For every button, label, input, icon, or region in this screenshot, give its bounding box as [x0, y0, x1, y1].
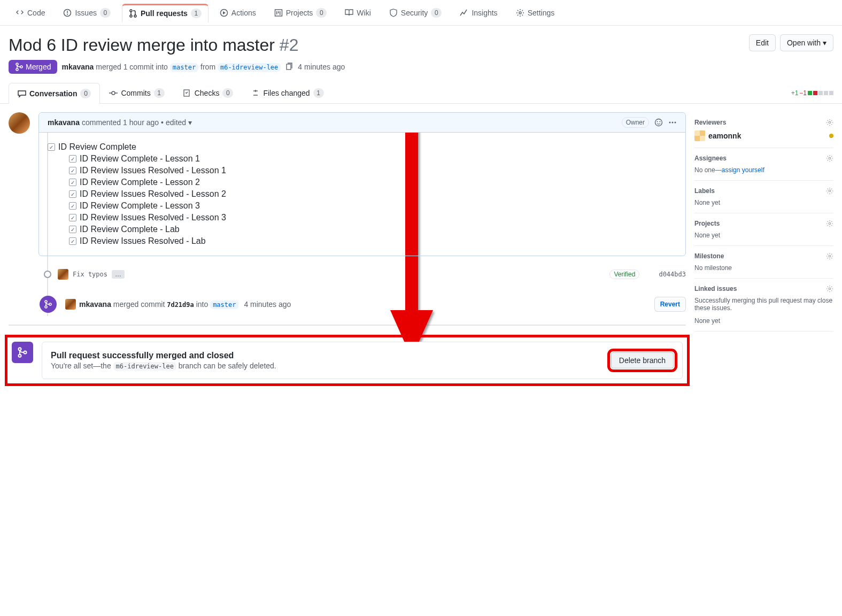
state-label: Merged — [26, 63, 51, 71]
base-branch[interactable]: master — [170, 63, 198, 72]
merged-desc: You're all set—the m6-idreview-lee branc… — [51, 361, 605, 370]
avatar[interactable] — [58, 269, 68, 280]
tab-checks[interactable]: Checks 0 — [174, 82, 243, 103]
task-item: ✓ID Review Complete - Lesson 1 — [48, 153, 677, 165]
ellipsis-button[interactable]: … — [112, 270, 125, 279]
tab-security[interactable]: Security 0 — [382, 3, 449, 22]
task-item: ✓ID Review Issues Resolved - Lesson 1 — [48, 165, 677, 176]
diff-icon — [251, 89, 260, 97]
tab-issues[interactable]: Issues 0 — [56, 3, 117, 22]
tab-settings-label: Settings — [528, 9, 555, 17]
tab-projects-label: Projects — [286, 9, 313, 17]
merged-title: Pull request successfully merged and clo… — [51, 351, 605, 360]
tab-projects[interactable]: Projects 0 — [267, 3, 334, 22]
delete-branch-button[interactable]: Delete branch — [611, 352, 674, 368]
checkbox-icon[interactable]: ✓ — [69, 179, 76, 186]
tab-insights[interactable]: Insights — [453, 4, 504, 21]
svg-rect-8 — [276, 11, 277, 14]
diff-block-add — [808, 91, 812, 95]
sidebar-heading: Linked issues — [694, 285, 737, 292]
pending-status-icon — [829, 134, 833, 138]
svg-point-25 — [675, 122, 676, 124]
diff-block-neutral — [818, 91, 823, 95]
repo-nav: Code Issues 0 Pull requests 1 Actions Pr… — [0, 0, 842, 26]
tab-commits[interactable]: Commits 1 — [100, 82, 173, 103]
task-item: ✓ID Review Complete - Lab — [48, 224, 677, 235]
gear-icon[interactable] — [826, 220, 833, 227]
checkbox-icon[interactable]: ✓ — [48, 143, 55, 151]
revert-button[interactable]: Revert — [654, 297, 686, 312]
svg-point-12 — [16, 63, 18, 65]
checkbox-icon[interactable]: ✓ — [69, 237, 76, 245]
svg-point-4 — [130, 15, 132, 17]
commit-sha[interactable]: d044bd3 — [659, 271, 686, 278]
book-icon — [345, 9, 353, 17]
tab-pulls[interactable]: Pull requests 1 — [122, 4, 208, 22]
merge-branch[interactable]: master — [210, 301, 238, 309]
tab-conversation[interactable]: Conversation 0 — [9, 83, 100, 104]
pr-title-text: Mod 6 ID review merge into master — [9, 35, 275, 55]
pr-author[interactable]: mkavana — [61, 63, 94, 71]
pulls-count: 1 — [191, 9, 202, 18]
comment-author[interactable]: mkavana — [48, 118, 80, 127]
avatar[interactable] — [65, 299, 76, 310]
edit-button[interactable]: Edit — [749, 34, 776, 51]
tab-actions[interactable]: Actions — [213, 4, 263, 21]
tab-actions-label: Actions — [231, 9, 256, 17]
checkbox-icon[interactable]: ✓ — [69, 202, 76, 210]
comment-time[interactable]: 1 hour ago — [123, 118, 159, 127]
task-label: ID Review Issues Resolved - Lab — [80, 236, 206, 246]
gear-icon[interactable] — [826, 119, 833, 126]
task-item: ✓ID Review Complete - Lesson 2 — [48, 176, 677, 188]
tab-settings[interactable]: Settings — [509, 4, 562, 21]
svg-point-21 — [657, 121, 658, 122]
checkbox-icon[interactable]: ✓ — [69, 226, 76, 233]
checkbox-icon[interactable]: ✓ — [69, 167, 76, 174]
svg-point-13 — [16, 68, 18, 71]
task-label: ID Review Issues Resolved - Lesson 3 — [80, 213, 226, 222]
sidebar-heading: Projects — [694, 220, 720, 227]
merge-badge-icon — [40, 296, 57, 313]
reviewer-row[interactable]: eamonnk — [694, 130, 833, 141]
gear-icon[interactable] — [826, 187, 833, 195]
tab-wiki[interactable]: Wiki — [338, 4, 377, 21]
head-branch[interactable]: m6-idreview-lee — [218, 63, 281, 72]
kebab-icon[interactable] — [668, 118, 677, 127]
sidebar-assignees: Assignees No one—assign yourself — [694, 148, 833, 181]
tab-files-label: Files changed — [263, 89, 310, 97]
edited-label: edited — [166, 118, 186, 127]
caret-down-icon: ▾ — [823, 37, 826, 48]
checkbox-icon[interactable]: ✓ — [69, 155, 76, 163]
pr-header: Mod 6 ID review merge into master #2 Edi… — [0, 26, 842, 82]
pull-request-icon — [129, 9, 137, 18]
checkbox-icon[interactable]: ✓ — [69, 214, 76, 221]
commits-count: 1 — [154, 88, 165, 98]
gear-icon[interactable] — [826, 155, 833, 162]
code-icon — [16, 9, 24, 17]
verified-badge[interactable]: Verified — [609, 270, 639, 279]
open-with-label: Open with — [787, 37, 821, 48]
open-with-button[interactable]: Open with ▾ — [780, 34, 833, 51]
svg-point-22 — [660, 121, 661, 122]
task-item: ✓ID Review Issues Resolved - Lesson 2 — [48, 188, 677, 200]
merge-author[interactable]: mkavana — [79, 300, 111, 309]
tab-files[interactable]: Files changed 1 — [242, 82, 333, 103]
owner-label: Owner — [622, 117, 649, 128]
checkbox-icon[interactable]: ✓ — [69, 190, 76, 198]
avatar[interactable] — [9, 112, 30, 134]
gear-icon[interactable] — [826, 285, 833, 292]
gear-icon[interactable] — [826, 252, 833, 260]
merged-section: Pull request successfully merged and clo… — [9, 338, 686, 382]
assign-yourself-link[interactable]: assign yourself — [722, 166, 764, 174]
svg-point-33 — [829, 157, 831, 159]
tab-code[interactable]: Code — [9, 4, 52, 21]
commit-message[interactable]: Fix typos — [73, 271, 107, 278]
commit-icon — [109, 89, 118, 97]
avatar — [694, 130, 705, 141]
svg-point-11 — [519, 12, 521, 14]
caret-down-icon[interactable]: ▾ — [188, 118, 192, 127]
svg-point-3 — [130, 10, 132, 12]
merge-sha[interactable]: 7d21d9a — [167, 301, 194, 309]
copy-icon[interactable] — [285, 63, 293, 71]
emoji-icon[interactable] — [654, 118, 663, 127]
